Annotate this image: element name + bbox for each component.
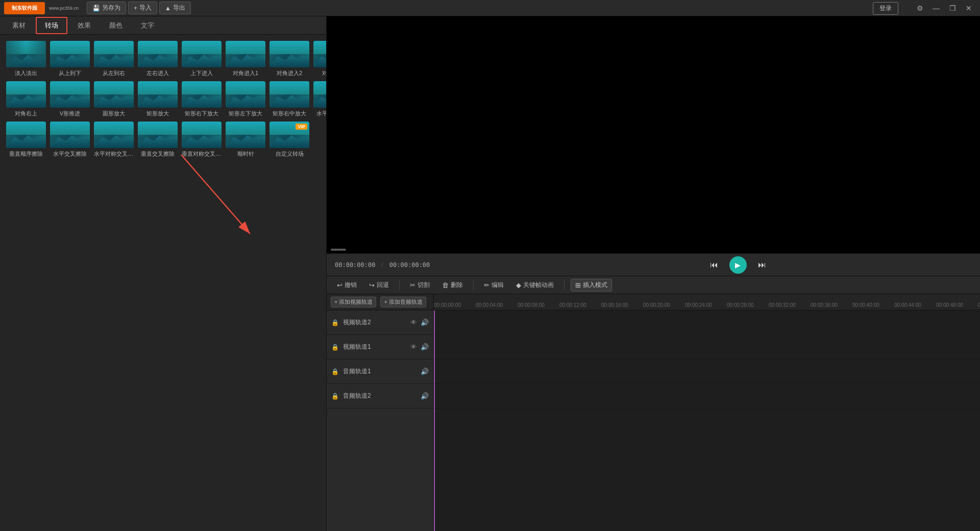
- cut-button[interactable]: ✂ 切割: [406, 279, 434, 291]
- transition-v-wipe[interactable]: 垂直顺序擦除: [6, 122, 46, 158]
- transition-rect-cr[interactable]: 矩形右中放大: [270, 81, 309, 117]
- transitions-row-2: 对角右上 V形推进 圆形放大 矩形放大 矩形右下放大: [6, 81, 320, 117]
- transition-diag2[interactable]: 对角进入2: [270, 41, 309, 77]
- transition-left-right[interactable]: 从左到右: [94, 41, 134, 77]
- skip-forward-button[interactable]: ⏭: [755, 258, 769, 272]
- track-row-audio1: [434, 359, 980, 384]
- close-button[interactable]: ✕: [962, 1, 976, 15]
- maximize-button[interactable]: ❐: [945, 1, 960, 15]
- timeline-header: + 添加视频轨道 + 添加音频轨道 00:00:00:0000:00:04:00…: [327, 294, 980, 310]
- timeline-track-labels-header: + 添加视频轨道 + 添加音频轨道: [327, 294, 434, 310]
- keyframe-button[interactable]: ◆ 关键帧动画: [512, 279, 558, 291]
- tab-transition[interactable]: 转场: [36, 17, 67, 34]
- preview-scrollbar: [327, 248, 980, 251]
- transition-vsx-wipe[interactable]: 垂直对称交叉擦除: [182, 122, 222, 158]
- audio-icon-video1[interactable]: 🔊: [420, 343, 429, 352]
- transition-rect-bl[interactable]: 矩形左下放大: [226, 81, 265, 117]
- tab-media[interactable]: 素材: [4, 18, 34, 34]
- lock-icon-audio1[interactable]: 🔒: [331, 368, 339, 376]
- track-controls-audio2: 🔊: [420, 392, 429, 401]
- tab-effects[interactable]: 效果: [69, 18, 99, 34]
- timeline-ruler: 00:00:00:0000:00:04:0000:00:08:0000:00:1…: [434, 294, 980, 310]
- track-labels: 🔒 视频轨道2 👁 🔊 🔒 视频轨道1 👁 🔊: [327, 310, 434, 531]
- transition-fade[interactable]: 淡入淡出: [6, 41, 46, 77]
- minimize-button[interactable]: —: [929, 1, 943, 15]
- scroll-track[interactable]: [331, 249, 346, 251]
- timeline-tracks-container: 🔒 视频轨道2 👁 🔊 🔒 视频轨道1 👁 🔊: [327, 310, 980, 531]
- right-panel: 00:00:00:00 / 00:00:00:00 ⏮ ▶ ⏭ 720P 128…: [327, 16, 980, 531]
- undo-button[interactable]: ↩ 撤销: [333, 279, 361, 291]
- skip-back-button[interactable]: ⏮: [707, 258, 721, 272]
- track-name-video2: 视频轨道2: [343, 318, 405, 327]
- left-panel: 素材 转场 效果 颜色 文字 淡入淡出 从上到下 从左到右: [0, 16, 327, 531]
- transition-hsx-wipe[interactable]: 水平对称交叉擦除: [94, 122, 134, 158]
- audio-icon-audio2[interactable]: 🔊: [420, 392, 429, 401]
- login-button[interactable]: 登录: [873, 2, 898, 15]
- main-layout: 素材 转场 效果 颜色 文字 淡入淡出 从上到下 从左到右: [0, 16, 980, 531]
- track-name-audio2: 音频轨道2: [343, 392, 416, 400]
- edit-button[interactable]: ✏ 编辑: [480, 279, 508, 291]
- delete-button[interactable]: 🗑 删除: [438, 279, 467, 291]
- current-time: 00:00:00:00: [335, 261, 375, 269]
- timeline-toolbar: ↩ 撤销 ↪ 回退 ✂ 切割 🗑 删除 ✏ 编辑 ◆: [327, 276, 980, 294]
- undo-icon: ↩: [337, 281, 342, 289]
- track-controls-video1: 👁 🔊: [409, 343, 429, 352]
- redo-button[interactable]: ↪ 回退: [365, 279, 393, 291]
- add-video-track-button[interactable]: + 添加视频轨道: [331, 297, 376, 307]
- eye-icon-video2[interactable]: 👁: [409, 318, 418, 327]
- site-url: www.pc359.cn: [49, 6, 79, 11]
- play-button[interactable]: ▶: [729, 256, 747, 274]
- track-row-video1: [434, 335, 980, 359]
- transition-h-wipe[interactable]: 水平顺序擦除: [313, 81, 326, 117]
- track-label-audio1: 🔒 音频轨道1 🔊: [327, 359, 433, 384]
- settings-icon[interactable]: ⚙: [913, 1, 927, 15]
- svg-line-1: [181, 155, 250, 234]
- lock-icon-audio2[interactable]: 🔒: [331, 392, 339, 400]
- transition-custom[interactable]: 自定义转场: [270, 122, 309, 158]
- track-controls-video2: 👁 🔊: [409, 318, 429, 327]
- transition-vx-wipe[interactable]: 垂直交叉擦除: [138, 122, 178, 158]
- lock-icon-video2[interactable]: 🔒: [331, 319, 339, 327]
- track-label-audio2: 🔒 音频轨道2 🔊: [327, 384, 433, 408]
- delete-icon: 🗑: [442, 281, 449, 289]
- ruler-mark: 00:00:28:00: [727, 302, 769, 308]
- ruler-mark: 00:00:04:00: [476, 302, 518, 308]
- track-name-audio1: 音频轨道1: [343, 367, 416, 376]
- transition-lr-enter[interactable]: 左右进入: [138, 41, 178, 77]
- app-logo: 制东软件园: [4, 2, 45, 14]
- transition-tb-enter[interactable]: 上下进入: [182, 41, 222, 77]
- cut-icon: ✂: [410, 281, 415, 289]
- redo-icon: ↪: [369, 281, 375, 289]
- transition-diag-tr[interactable]: 对角右上: [6, 81, 46, 117]
- lock-icon-video1[interactable]: 🔒: [331, 343, 339, 351]
- transition-diag-tl[interactable]: 对角左上: [313, 41, 326, 77]
- audio-icon-audio1[interactable]: 🔊: [420, 367, 429, 376]
- insert-mode-button[interactable]: ⊞ 插入模式: [571, 279, 612, 292]
- audio-icon-video2[interactable]: 🔊: [420, 318, 429, 327]
- transition-circle[interactable]: 圆形放大: [94, 81, 134, 117]
- ruler-mark: 00:00:52:00: [978, 302, 980, 308]
- transition-top-down[interactable]: 从上到下: [50, 41, 90, 77]
- separator-2: [473, 280, 474, 290]
- timeline: + 添加视频轨道 + 添加音频轨道 00:00:00:0000:00:04:00…: [327, 294, 980, 531]
- playhead[interactable]: [434, 310, 435, 531]
- tab-color[interactable]: 颜色: [101, 18, 131, 34]
- transition-diag1[interactable]: 对角进入1: [226, 41, 265, 77]
- edit-icon: ✏: [484, 281, 489, 289]
- transition-rect[interactable]: 矩形放大: [138, 81, 178, 117]
- eye-icon-video1[interactable]: 👁: [409, 343, 418, 352]
- transition-vpush[interactable]: V形推进: [50, 81, 90, 117]
- ruler-mark: 00:00:40:00: [852, 302, 894, 308]
- export-button[interactable]: ▲ 导出: [159, 2, 191, 14]
- save-as-button[interactable]: 💾 另存为: [87, 2, 126, 14]
- title-actions: 💾 另存为 + 导入 ▲ 导出: [87, 2, 191, 14]
- add-audio-track-button[interactable]: + 添加音频轨道: [380, 297, 426, 307]
- transition-clockwise[interactable]: 顺时针: [226, 122, 265, 158]
- transition-hx-wipe[interactable]: 水平交叉擦除: [50, 122, 90, 158]
- tab-text[interactable]: 文字: [133, 18, 162, 34]
- transition-rect-br[interactable]: 矩形右下放大: [182, 81, 222, 117]
- ruler-mark: 00:00:00:00: [434, 302, 476, 308]
- transitions-row-1: 淡入淡出 从上到下 从左到右 左右进入 上下进入: [6, 41, 320, 77]
- import-button[interactable]: + 导入: [128, 2, 157, 14]
- separator-1: [399, 280, 400, 290]
